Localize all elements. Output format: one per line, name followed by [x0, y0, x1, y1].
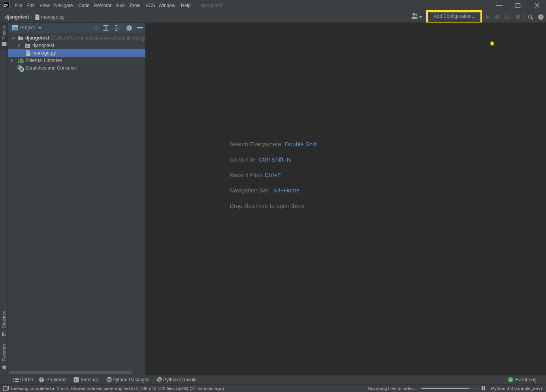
svg-text:1: 1 — [510, 377, 512, 382]
svg-text:PC: PC — [4, 3, 8, 7]
